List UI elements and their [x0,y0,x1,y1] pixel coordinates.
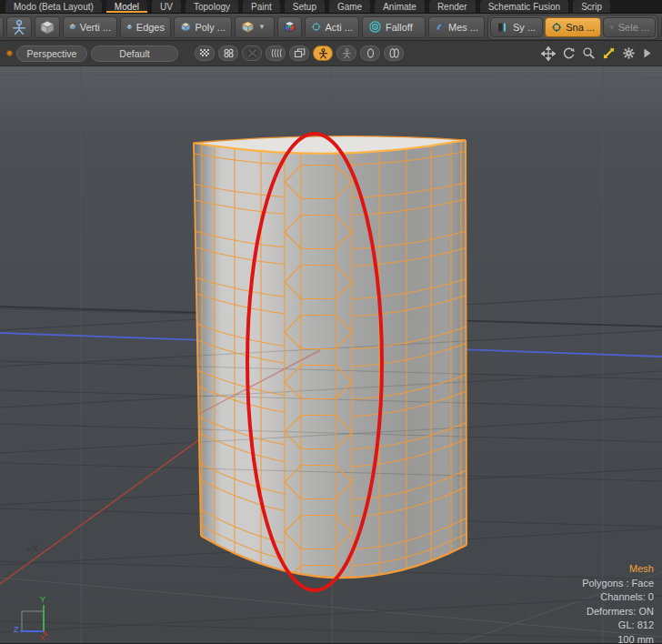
viewport-nav-icons [541,46,656,61]
gizmo-z-label: Z [14,625,19,634]
gl-count-readout: GL: 812 [582,619,654,633]
selection-sets-icon [609,21,615,34]
tab-setup[interactable]: Setup [285,0,325,13]
clipped-left-button[interactable] [0,16,4,38]
item-mode-button[interactable] [6,16,32,38]
tab-animate[interactable]: Animate [375,0,425,13]
draw-style-wire-toggle[interactable] [218,45,238,61]
actor-icon [11,19,27,35]
onion-skin-single-toggle[interactable] [360,45,380,61]
selection-sets-button[interactable]: Sele ... [603,17,656,37]
viewport-header: Perspective Default [0,41,662,66]
gray-cube-icon [39,19,55,35]
projection-selector[interactable]: Perspective [16,45,87,62]
polygons-mode-label: Poly ... [195,22,226,33]
grid-size-readout: 100 mm [582,633,654,644]
checkerboard-icon [199,48,211,58]
gizmo-x-label: X [40,634,45,642]
four-circles-icon [223,48,235,58]
tab-render[interactable]: Render [429,0,476,13]
wavy-lines-icon [270,48,282,58]
tab-uv[interactable]: UV [152,0,181,13]
symmetry-label: Sy ... [513,22,536,33]
show-actors-toggle[interactable] [313,45,333,61]
orientation-gizmo[interactable]: Y Z X [14,595,47,642]
overlay-rects-toggle[interactable] [289,45,309,61]
shading-style-selector[interactable]: Default [91,45,178,62]
capsule-icon [365,48,376,58]
snapping-icon [551,21,562,34]
symmetry-button[interactable]: Sy ... [490,17,543,37]
cube-icon [241,20,255,34]
falloff-label: Falloff [386,22,413,33]
tab-model[interactable]: Model [106,0,147,13]
tab-modo-beta-layout[interactable]: Modo (Beta Layout) [5,0,102,13]
rotate-icon[interactable] [562,46,576,60]
mesh-paint-button[interactable]: Mes ... [428,16,485,38]
vertices-mode-label: Verti ... [80,22,111,33]
workplane-button[interactable] [277,16,302,38]
selection-mode-readout: Polygons : Face [582,577,654,591]
double-capsule-icon [388,48,400,58]
snapping-button[interactable]: Sna ... [545,17,601,37]
maximize-icon[interactable] [602,46,616,60]
floor-axis-label: +X [25,543,38,554]
vertices-cube-icon [69,20,76,34]
actor-active-icon [317,48,329,59]
brush-icon [435,20,445,34]
expand-arrow-icon[interactable] [642,47,652,59]
tab-topology[interactable]: Topology [186,0,238,13]
3d-viewport[interactable]: +X Y Z X Mesh Polygons : Face Channels: … [0,66,662,643]
channels-readout: Channels: 0 [582,590,654,605]
modo-application-window: { "colors": { "accent": "#f0a030", "wire… [0,0,662,644]
chevron-down-icon: ▼ [258,23,266,31]
modeling-toolbar: Verti ... Edges Poly ... [0,13,662,41]
draw-style-dither-toggle[interactable] [195,45,215,61]
action-center-label: Acti ... [325,22,353,33]
symmetry-icon [496,21,509,34]
polygons-mode-button[interactable]: Poly ... [174,16,232,38]
edges-mode-button[interactable]: Edges [120,16,171,38]
pan-icon[interactable] [541,46,556,61]
tab-script[interactable]: Scrip [573,0,610,13]
items-selection-mode-button[interactable] [35,16,60,38]
action-center-button[interactable]: Acti ... [305,16,359,38]
layout-tab-bar: Modo (Beta Layout) Model UV Topology Pai… [0,0,662,13]
falloff-icon [368,20,382,34]
draw-style-off-toggle[interactable] [242,45,262,61]
edges-mode-label: Edges [136,22,165,33]
onion-skin-double-toggle[interactable] [384,45,404,61]
mesh-paint-label: Mes ... [448,22,478,33]
viewport-state-dot[interactable] [6,50,13,56]
zoom-icon[interactable] [582,46,596,60]
selected-item-name: Mesh [582,562,654,577]
axis-cube-icon [282,19,297,35]
falloff-button[interactable]: Falloff [362,16,426,38]
snapping-label: Sna ... [566,22,595,33]
show-ghost-actor-toggle[interactable] [336,45,356,61]
deformers-readout: Deformers: ON [582,605,654,619]
gear-icon[interactable] [622,46,636,60]
actor-faded-icon [341,48,353,59]
tab-schematic-fusion[interactable]: Schematic Fusion [480,0,568,13]
edges-cube-icon [126,20,133,34]
tab-game[interactable]: Game [329,0,370,13]
overlapping-rects-icon [294,48,306,58]
draw-style-waves-toggle[interactable] [266,45,286,61]
tab-paint[interactable]: Paint [243,0,280,13]
x-square-icon [246,48,258,58]
vertices-mode-button[interactable]: Verti ... [63,16,117,38]
action-center-icon [311,20,321,34]
viewport-info-panel: Mesh Polygons : Face Channels: 0 Deforme… [582,562,654,643]
viewport-scene: +X Y Z X [0,66,662,643]
snap-symmetry-group: Sy ... Sna ... Sele ... [487,15,658,40]
selection-sets-label: Sele ... [618,22,649,33]
selection-mode-dropdown[interactable]: ▼ [235,16,275,38]
gizmo-y-label: Y [40,595,45,604]
polygons-cube-icon [180,20,191,34]
